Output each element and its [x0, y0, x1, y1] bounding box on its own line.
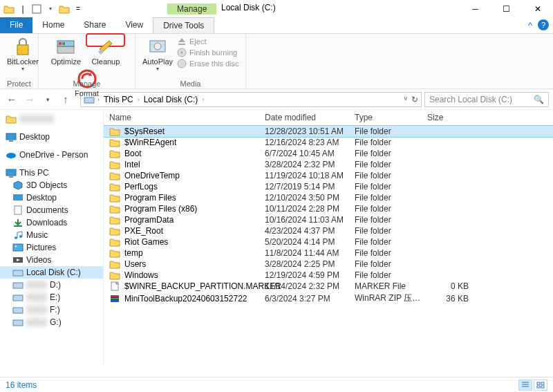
drive-icon	[12, 317, 24, 327]
file-date: 10/11/2024 2:28 PM	[265, 204, 355, 214]
collapse-ribbon-icon[interactable]: ^	[528, 20, 532, 30]
minimize-button[interactable]: ─	[460, 0, 491, 17]
bitlocker-button[interactable]: BitLocker ▾	[4, 35, 41, 73]
file-row[interactable]: Users3/28/2024 2:25 PMFile folder	[104, 259, 553, 270]
nav-videos[interactable]: Videos	[0, 254, 103, 266]
tab-view[interactable]: View	[115, 17, 153, 33]
back-button[interactable]: ←	[4, 93, 19, 105]
nav-quick-access[interactable]	[0, 113, 103, 125]
nav-3d-objects[interactable]: 3D Objects	[0, 179, 103, 192]
file-row[interactable]: $WinREAgent12/16/2024 8:23 AMFile folder	[104, 137, 553, 148]
crumb-local-disk[interactable]: Local Disk (C:)	[142, 95, 200, 104]
svg-point-16	[6, 153, 16, 158]
qat-overflow[interactable]: =	[72, 3, 84, 15]
col-size[interactable]: Size	[427, 113, 469, 122]
search-input[interactable]: Search Local Disk (C:) 🔍	[424, 92, 549, 107]
nav-music[interactable]: Music	[0, 229, 103, 241]
file-row[interactable]: $SysReset12/28/2023 10:51 AMFile folder	[104, 126, 553, 137]
documents-icon	[12, 205, 24, 215]
file-name: Program Files	[124, 193, 176, 203]
up-button[interactable]: ↑	[58, 93, 73, 105]
col-name[interactable]: Name	[109, 113, 265, 122]
nav-this-pc[interactable]: This PC	[0, 167, 103, 179]
zip-icon	[109, 294, 120, 304]
recent-dropdown[interactable]: ▾	[40, 96, 55, 103]
svg-rect-36	[111, 300, 119, 302]
nav-drive-d[interactable]: D:)	[0, 279, 103, 291]
file-name: PXE_Root	[124, 226, 163, 236]
crumb-sep-icon[interactable]: ›	[202, 96, 204, 103]
svg-rect-0	[32, 5, 41, 13]
finish-burning-button: Finish burning	[177, 48, 237, 57]
folder-icon	[109, 204, 120, 214]
view-large-button[interactable]	[534, 380, 547, 391]
nav-desktop[interactable]: Desktop	[0, 131, 103, 143]
crumb-sep-icon[interactable]: ›	[138, 96, 140, 103]
col-date[interactable]: Date modified	[265, 113, 355, 122]
qat-dropdown-icon[interactable]: ▾	[44, 3, 57, 15]
search-icon[interactable]: 🔍	[534, 95, 544, 104]
file-row[interactable]: Windows12/19/2024 4:59 PMFile folder	[104, 270, 553, 281]
tab-file[interactable]: File	[0, 17, 32, 33]
tab-home[interactable]: Home	[32, 17, 74, 33]
tab-drive-tools[interactable]: Drive Tools	[153, 17, 214, 33]
file-date: 4/23/2024 4:37 PM	[265, 226, 355, 236]
folder-icon	[109, 259, 120, 269]
maximize-button[interactable]: ☐	[491, 0, 522, 17]
file-row[interactable]: temp11/8/2024 11:44 AMFile folder	[104, 248, 553, 259]
svg-point-8	[154, 43, 161, 50]
folder-icon	[6, 114, 17, 124]
file-row[interactable]: ProgramData10/16/2024 11:03 AMFile folde…	[104, 214, 553, 225]
file-type: File folder	[355, 160, 427, 169]
help-button[interactable]: ?	[538, 19, 549, 30]
file-row[interactable]: Program Files12/10/2024 3:50 PMFile fold…	[104, 192, 553, 203]
navigation-pane[interactable]: Desktop OneDrive - Person This PC 3D Obj…	[0, 110, 104, 367]
folder-icon	[109, 226, 120, 236]
nav-pictures[interactable]: Pictures	[0, 241, 103, 254]
file-row[interactable]: OneDriveTemp11/19/2024 10:18 AMFile fold…	[104, 170, 553, 181]
refresh-icon[interactable]: ↻	[411, 95, 418, 104]
qat-checkbox-icon[interactable]	[30, 3, 43, 15]
bitlocker-icon	[12, 37, 33, 57]
nav-onedrive[interactable]: OneDrive - Person	[0, 149, 103, 161]
file-name: temp	[124, 248, 143, 258]
tab-share[interactable]: Share	[74, 17, 115, 33]
file-date: 5/20/2024 4:14 PM	[265, 237, 355, 247]
folder-icon	[109, 215, 120, 225]
address-bar[interactable]: › This PC › Local Disk (C:) › v ↻	[80, 92, 422, 107]
file-row[interactable]: Program Files (x86)10/11/2024 2:28 PMFil…	[104, 203, 553, 214]
col-type[interactable]: Type	[355, 113, 427, 122]
file-row[interactable]: MiniToolBackup202406031527226/3/2024 3:2…	[104, 292, 553, 305]
file-date: 11/19/2024 10:18 AM	[265, 171, 355, 180]
file-row[interactable]: PXE_Root4/23/2024 4:37 PMFile folder	[104, 225, 553, 236]
view-details-button[interactable]	[518, 380, 532, 391]
svg-rect-27	[13, 270, 23, 276]
optimize-button[interactable]: Optimize	[48, 35, 84, 67]
nav-drive-f[interactable]: F:)	[0, 304, 103, 316]
folder-icon	[109, 138, 120, 147]
cleanup-icon	[95, 37, 116, 57]
file-row[interactable]: $WINRE_BACKUP_PARTITION.MARKER11/14/2024…	[104, 281, 553, 292]
nav-drive-g[interactable]: G:)	[0, 316, 103, 328]
file-row[interactable]: Riot Games5/20/2024 4:14 PMFile folder	[104, 236, 553, 248]
crumb-this-pc[interactable]: This PC	[102, 95, 135, 104]
nav-local-disk-c[interactable]: Local Disk (C:)	[0, 266, 103, 279]
file-list[interactable]: Name Date modified Type Size $SysReset12…	[104, 110, 553, 367]
close-button[interactable]: ✕	[522, 0, 553, 17]
file-row[interactable]: Boot6/7/2024 10:45 AMFile folder	[104, 148, 553, 159]
folder-icon	[3, 3, 15, 15]
nav-drive-e[interactable]: E:)	[0, 291, 103, 304]
file-icon	[109, 281, 120, 291]
file-row[interactable]: PerfLogs12/7/2019 5:14 PMFile folder	[104, 181, 553, 192]
drive-icon	[12, 268, 24, 277]
folder-icon	[109, 160, 120, 169]
svg-rect-14	[6, 133, 16, 140]
addr-dropdown-icon[interactable]: v	[404, 95, 408, 104]
nav-downloads[interactable]: Downloads	[0, 216, 103, 229]
file-row[interactable]: Intel3/28/2024 2:32 PMFile folder	[104, 159, 553, 170]
autoplay-icon	[147, 37, 168, 57]
cleanup-button[interactable]: Cleanup	[88, 35, 122, 67]
nav-documents[interactable]: Documents	[0, 204, 103, 216]
file-type: File folder	[355, 259, 427, 269]
nav-desktop2[interactable]: Desktop	[0, 192, 103, 204]
